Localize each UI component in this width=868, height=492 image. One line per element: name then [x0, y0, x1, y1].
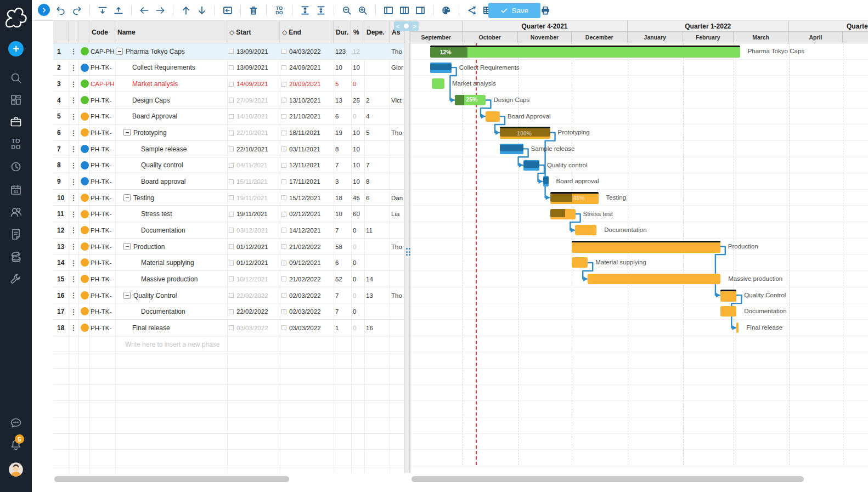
gantt-bar[interactable]: 25%	[455, 95, 486, 105]
gantt-bar[interactable]: 45%	[550, 192, 599, 204]
sidebar-item-projects[interactable]	[0, 112, 32, 131]
table-row[interactable]: 14⋮PH-TK-Material supplying01/12/202109/…	[53, 255, 404, 271]
milestone-checkbox[interactable]	[229, 49, 234, 54]
task-end-cell[interactable]: 17/11/2021	[280, 173, 334, 190]
collapse-toggle[interactable]	[123, 243, 131, 250]
milestone-checkbox[interactable]	[281, 276, 286, 281]
task-end-cell[interactable]: 21/02/2022	[280, 239, 334, 255]
row-menu-icon[interactable]: ⋮	[69, 222, 78, 239]
sidebar-item-todo[interactable]: TODO	[0, 135, 32, 154]
milestone-checkbox[interactable]	[281, 163, 286, 168]
gantt-bar[interactable]	[720, 306, 736, 316]
row-menu-icon[interactable]: ⋮	[69, 271, 78, 287]
task-end-cell[interactable]: 15/12/2021	[280, 190, 334, 206]
task-start-cell[interactable]: 03/03/2022	[227, 320, 280, 336]
table-row[interactable]: 15⋮PH-TK-Massive production10/12/202121/…	[53, 271, 404, 287]
table-row[interactable]: 17⋮PH-TK-Documentation22/02/202202/03/20…	[53, 303, 404, 320]
task-start-cell[interactable]: 22/10/2021	[227, 141, 280, 157]
gantt-bar[interactable]	[572, 241, 720, 253]
task-start-cell[interactable]: 01/12/2021	[227, 255, 280, 271]
milestone-checkbox[interactable]	[229, 293, 234, 298]
task-start-cell[interactable]: 19/11/2021	[227, 190, 280, 206]
task-start-cell[interactable]: 22/10/2021	[227, 125, 280, 141]
row-menu-icon[interactable]: ⋮	[69, 190, 78, 206]
table-row[interactable]: 8⋮PH-TK-Quality control04/11/202112/11/2…	[53, 157, 404, 174]
gantt-bar[interactable]	[736, 323, 739, 333]
table-gantt-splitter[interactable]	[404, 21, 410, 473]
gantt-bar[interactable]	[720, 290, 736, 302]
layout-table-button[interactable]	[381, 3, 396, 18]
sidebar-item-search[interactable]	[0, 69, 32, 87]
row-menu-icon[interactable]: ⋮	[69, 141, 78, 157]
critical-path-button[interactable]	[465, 3, 479, 18]
row-menu-icon[interactable]: ⋮	[69, 255, 78, 271]
milestone-checkbox[interactable]	[229, 276, 234, 281]
gantt-bar[interactable]	[523, 160, 539, 171]
table-row[interactable]: 2⋮PH-TK-Collect Requirements13/09/202124…	[53, 60, 404, 76]
sidebar-item-calendar[interactable]: 31	[0, 180, 32, 199]
layout-gantt-button[interactable]	[413, 3, 427, 18]
table-row[interactable]: 5⋮PH-TK-Board Approval14/10/202121/10/20…	[53, 109, 404, 125]
table-row[interactable]: 18⋮PH-TK-Final release03/03/202203/03/20…	[53, 320, 404, 336]
toolbar-collapse-button[interactable]	[38, 4, 50, 16]
table-row[interactable]: 16⋮PH-TK-Quality Control22/02/202202/03/…	[53, 287, 404, 304]
milestone-checkbox[interactable]	[281, 179, 286, 184]
task-start-cell[interactable]: 04/11/2021	[227, 157, 280, 174]
expand-all-button[interactable]	[298, 3, 312, 18]
delete-task-button[interactable]	[246, 3, 261, 18]
gantt-bar[interactable]	[588, 274, 720, 284]
row-menu-icon[interactable]: ⋮	[69, 206, 78, 223]
status-dot[interactable]	[81, 112, 89, 121]
table-row[interactable]: 13⋮PH-TK-Production01/12/202121/02/20225…	[53, 239, 404, 255]
gantt-bar[interactable]	[543, 176, 549, 186]
milestone-checkbox[interactable]	[281, 146, 286, 151]
task-end-cell[interactable]: 09/12/2021	[280, 255, 334, 271]
task-start-cell[interactable]: 19/11/2021	[227, 206, 280, 223]
task-end-cell[interactable]: 18/11/2021	[280, 125, 334, 141]
link-task-button[interactable]	[221, 3, 235, 18]
row-menu-icon[interactable]: ⋮	[69, 43, 78, 60]
table-row[interactable]: 9⋮PH-TK-Board approval15/11/202117/11/20…	[53, 173, 404, 190]
task-end-cell[interactable]: 02/03/2022	[280, 303, 334, 320]
splitter-drag-handle-icon[interactable]	[406, 248, 410, 256]
sidebar-item-costs[interactable]	[0, 247, 32, 266]
sidebar-item-chat[interactable]	[0, 415, 32, 433]
gantt-pan-control[interactable]: < >	[394, 21, 419, 31]
status-dot[interactable]	[81, 64, 89, 72]
sidebar-item-people[interactable]	[0, 203, 32, 222]
table-hscrollbar-thumb[interactable]	[54, 476, 289, 482]
milestone-checkbox[interactable]	[229, 163, 234, 168]
gantt-bar[interactable]	[486, 111, 500, 122]
task-end-cell[interactable]: 12/11/2021	[280, 157, 334, 174]
milestone-checkbox[interactable]	[229, 261, 234, 265]
style-palette-button[interactable]	[439, 3, 453, 18]
status-dot[interactable]	[81, 80, 89, 88]
task-start-cell[interactable]: 22/02/2022	[227, 303, 280, 320]
milestone-checkbox[interactable]	[229, 325, 234, 330]
milestone-checkbox[interactable]	[281, 325, 286, 330]
row-menu-icon[interactable]: ⋮	[69, 60, 78, 76]
collapse-toggle[interactable]	[116, 48, 123, 55]
task-end-cell[interactable]: 24/09/2021	[280, 60, 334, 76]
collapse-all-button[interactable]	[314, 3, 328, 18]
gantt-bar[interactable]: 12%	[430, 46, 740, 58]
task-end-cell[interactable]: 21/02/2022	[280, 271, 334, 287]
row-menu-icon[interactable]: ⋮	[69, 125, 78, 141]
outdent-button[interactable]	[137, 3, 151, 18]
gantt-bar[interactable]	[432, 78, 444, 89]
status-dot[interactable]	[81, 96, 89, 104]
task-end-cell[interactable]: 03/11/2021	[280, 141, 334, 157]
milestone-checkbox[interactable]	[281, 82, 286, 87]
milestone-checkbox[interactable]	[281, 244, 286, 249]
task-start-cell[interactable]: 14/10/2021	[227, 109, 280, 125]
milestone-checkbox[interactable]	[281, 131, 286, 135]
task-start-cell[interactable]: 01/12/2021	[227, 239, 280, 255]
table-row[interactable]: 10⋮PH-TK-Testing19/11/202115/12/20211845…	[53, 190, 404, 206]
status-dot[interactable]	[81, 177, 89, 185]
task-end-cell[interactable]: 21/10/2021	[280, 109, 334, 125]
status-dot[interactable]	[81, 324, 89, 332]
insert-above-button[interactable]	[95, 3, 110, 18]
task-end-cell[interactable]: 03/03/2022	[280, 320, 334, 336]
milestone-checkbox[interactable]	[229, 131, 234, 135]
table-row[interactable]: 7⋮PH-TK-Sample release22/10/202103/11/20…	[53, 141, 404, 157]
